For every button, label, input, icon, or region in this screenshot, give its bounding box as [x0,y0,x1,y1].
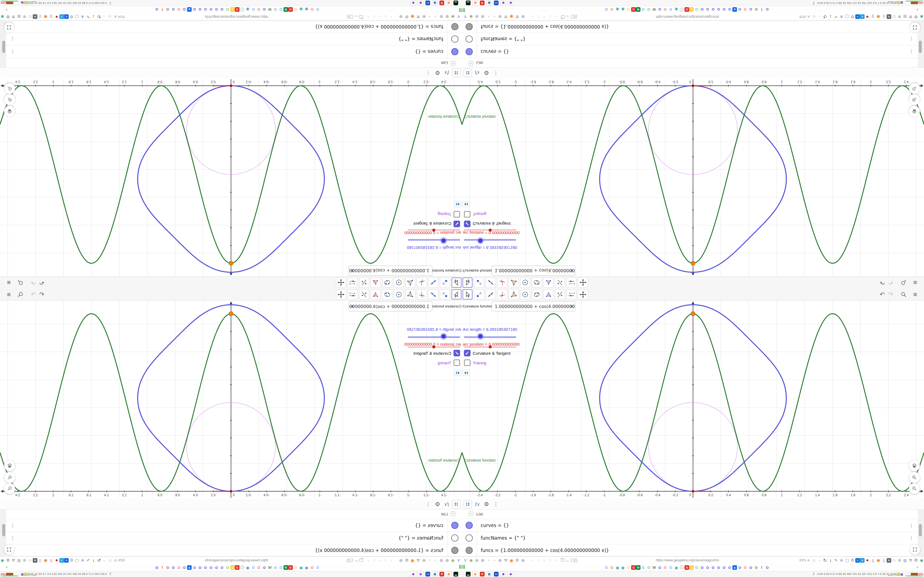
graphics-view[interactable]: -2.4-2.2-2-1.8-1.6-1.4-1.2-1-0.8-0.6-0.4… [0,301,462,498]
google-favicon[interactable]: G [694,7,699,12]
flower-favicon[interactable]: ✿ [705,7,710,12]
folder-icon[interactable] [561,559,565,562]
plus-circle-icon[interactable]: + [855,15,860,19]
oval-icon[interactable]: ◯ [74,14,80,19]
tool-slider-button[interactable]: a = 2 [347,277,357,288]
tool-ellipse-button[interactable] [382,277,392,288]
gear-icon[interactable]: ⚙ [515,14,520,19]
info-favicon[interactable]: ⓘ [679,7,685,12]
wikipedia-favicon[interactable]: W [651,7,657,12]
record-icon[interactable]: ● [54,14,60,19]
search-icon[interactable] [16,279,24,286]
algebra-row-funcNames[interactable]: funcNames = {" "} ⋮ [0,532,462,544]
wikipedia-favicon[interactable]: W [651,565,657,571]
firefox-app-icon[interactable]: ◉ [472,571,478,577]
dot-icon[interactable]: ∘ [377,14,383,19]
tool-circle-center-button[interactable] [520,289,530,300]
settings-app-icon[interactable]: ⚙ [480,1,485,5]
translate-icon[interactable]: A [113,14,118,19]
shield-down-icon[interactable]: ∨ [860,558,864,563]
google-favicon[interactable]: G [250,7,256,12]
flower-favicon[interactable]: ✿ [203,565,208,571]
f-favicon[interactable]: f [759,7,764,12]
f-favicon[interactable]: f [759,565,764,571]
trash-icon[interactable]: ▯ [870,558,876,563]
terminal-app-icon[interactable]: ▃ [454,572,458,577]
translate-icon[interactable]: A [806,14,811,19]
hamburger-menu-icon[interactable]: ≡ [5,279,13,286]
arc-position-point[interactable] [692,490,695,493]
flower-favicon[interactable]: ✿ [764,7,770,12]
gear-favicon[interactable]: ⚙ [753,7,759,12]
green-dot-icon[interactable]: ◉ [0,558,5,563]
google-favicon[interactable]: G [626,565,631,571]
led-circle-icon[interactable]: ◉ [450,14,456,19]
google-favicon[interactable]: G [743,565,748,571]
tool-move-view-button[interactable] [578,277,588,288]
list-header-row[interactable]: − List [462,58,924,67]
globe-icon[interactable]: ⊕ [520,558,526,563]
google-favicon[interactable]: G [668,565,674,571]
zoom-in-button[interactable] [4,94,15,105]
wrench-icon[interactable]: ⚒ [908,14,913,19]
tool-slider-button[interactable]: a = 2 [567,289,577,300]
wikipedia-favicon[interactable]: W [267,7,273,12]
firefox-icon[interactable]: ◉ [509,558,514,563]
undo-button[interactable]: ↶ [38,279,46,286]
tool-slider-button[interactable]: a = 2 [567,277,577,288]
search-icon[interactable] [900,291,908,298]
arc-length-slider-handle[interactable] [441,334,446,338]
page-icon[interactable]: ▤ [16,558,22,563]
kebab-menu-icon[interactable]: ⋮ [909,523,914,528]
page-icon[interactable]: ▤ [16,14,22,19]
mask-app-icon[interactable]: ◉ [501,0,506,6]
gauge-icon[interactable]: ◔ [491,14,497,19]
square-icon[interactable]: □ [536,14,541,19]
square-icon[interactable]: □ [536,558,541,563]
globe-gray-icon[interactable]: ⊕ [22,14,27,19]
undo-button[interactable]: ↶ [38,291,46,298]
tool-circle-center-button[interactable] [520,277,530,288]
bin-icon[interactable]: ▯ [37,558,43,563]
flower-favicon[interactable]: ✿ [705,565,710,571]
flower-favicon[interactable]: ✿ [710,565,716,571]
tracing-checkbox[interactable] [454,359,460,366]
home-button[interactable] [4,460,15,471]
translate-blue-icon[interactable]: A [80,558,85,563]
arc-length-slider-handle[interactable] [478,334,483,338]
google-favicon[interactable]: G [256,565,262,571]
folder-icon[interactable] [359,559,363,562]
function-dropdown[interactable]: 1.000000000000 + cos(4.000000000000 x) ▼ [349,301,432,311]
tool-move-button[interactable] [452,289,462,300]
dot-icon[interactable]: ∘ [530,558,535,563]
google-favicon[interactable]: G [646,7,651,12]
mask-app-icon[interactable]: ◉ [418,571,423,577]
yandex-favicon[interactable]: Я [685,565,689,570]
bin-icon[interactable]: ▯ [881,14,887,19]
square-icon[interactable]: □ [371,558,377,563]
collapse-button[interactable]: − [468,511,473,516]
visibility-toggle-funcs[interactable] [465,547,473,554]
globe-icon[interactable]: ⊕ [439,14,444,19]
flower-favicon[interactable]: ✿ [208,7,214,12]
flower-favicon[interactable]: ✿ [710,7,716,12]
google-favicon[interactable]: G [626,7,631,12]
kebab-menu-button[interactable]: ⋮ [492,500,500,508]
record-icon[interactable]: ● [54,558,60,563]
tool-point-button[interactable]: A [474,289,484,300]
gauge-icon[interactable]: ◔ [486,558,491,563]
google-favicon[interactable]: G [668,7,674,12]
fx-button[interactable]: ƒx [443,69,451,77]
globe-icon[interactable]: ⊕ [421,558,427,563]
google-favicon[interactable]: G [273,565,278,571]
marker-icon[interactable]: ✎ [85,14,91,19]
wrench-icon[interactable]: ⚒ [415,14,421,19]
reload-icon[interactable]: ↻ [822,14,828,19]
photo-favicon[interactable]: ▴ [689,565,694,570]
flower-favicon[interactable]: ✿ [262,7,267,12]
y-logo-icon[interactable]: Y [462,14,468,19]
arc-length-slider-handle[interactable] [441,239,446,243]
dot-icon[interactable]: ∘ [541,14,547,19]
f-favicon[interactable]: f [160,7,165,12]
flower-favicon[interactable]: ✿ [737,7,743,12]
